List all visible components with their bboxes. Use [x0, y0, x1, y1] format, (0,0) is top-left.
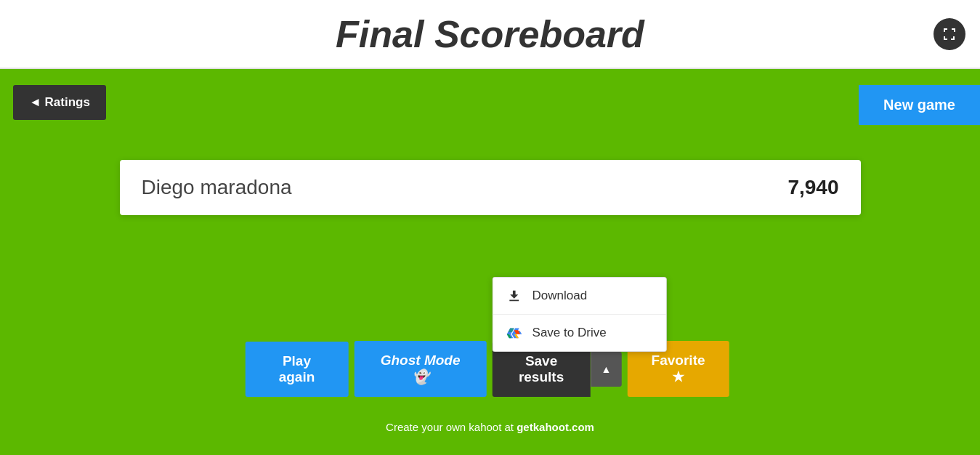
new-game-button[interactable]: New game — [859, 85, 980, 125]
player-score: 7,940 — [787, 176, 838, 199]
fullscreen-button[interactable] — [934, 18, 965, 50]
header: Final Scoreboard — [0, 0, 980, 69]
bottom-buttons: Play again Ghost Mode 👻 Download — [245, 341, 735, 397]
ghost-mode-button[interactable]: Ghost Mode 👻 — [355, 341, 487, 397]
player-name: Diego maradona — [142, 176, 292, 199]
footer: Create your own kahoot at getkahoot.com — [386, 421, 594, 433]
drive-icon — [506, 325, 522, 341]
download-option[interactable]: Download — [493, 278, 666, 315]
page-title: Final Scoreboard — [336, 12, 644, 56]
save-dropdown: Download Save to Drive — [493, 277, 667, 352]
play-again-button[interactable]: Play again — [245, 342, 348, 397]
score-card: Diego maradona 7,940 — [120, 160, 861, 215]
save-results-group: Download Save to Drive Save results — [493, 342, 622, 397]
download-icon — [506, 288, 522, 304]
main-content: Ratings New game Diego maradona 7,940 Pl… — [0, 69, 980, 455]
ratings-button[interactable]: Ratings — [13, 85, 106, 120]
save-to-drive-option[interactable]: Save to Drive — [493, 315, 666, 351]
save-results-toggle[interactable] — [591, 352, 622, 387]
fullscreen-icon — [942, 27, 957, 41]
